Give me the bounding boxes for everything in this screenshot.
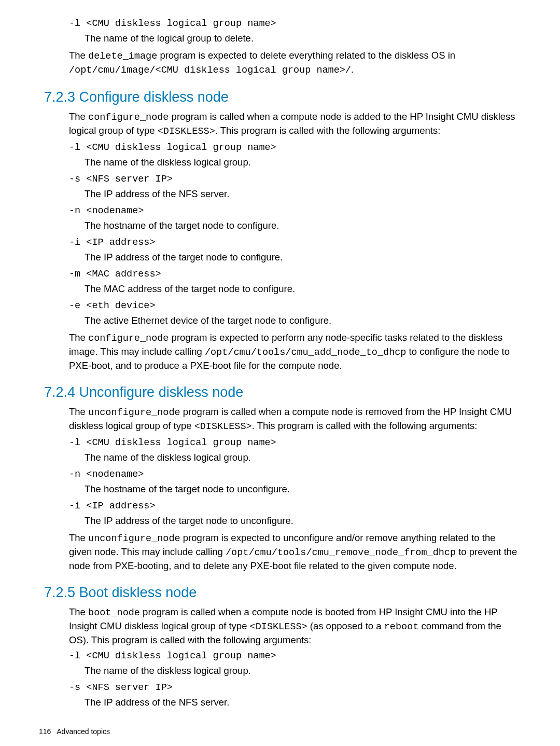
arg-desc: The IP address of the NFS server. xyxy=(85,188,520,201)
section-heading: 7.2.4 Unconfigure diskless node xyxy=(44,383,520,402)
section-outro: The unconfigure_node program is expected… xyxy=(69,532,520,573)
arg-desc: The active Ethernet device of the target… xyxy=(85,314,520,327)
arg-flag: -m <MAC address> xyxy=(69,268,520,281)
arg-desc: The name of the logical group to delete. xyxy=(85,32,520,45)
arg-desc: The MAC address of the target node to co… xyxy=(85,283,520,296)
intro-block: -l <CMU diskless logical group name> The… xyxy=(69,18,520,77)
section-intro: The boot_node program is called when a c… xyxy=(69,606,520,647)
section-intro: The unconfigure_node program is called w… xyxy=(69,406,520,434)
arg-flag: -n <nodename> xyxy=(69,468,520,481)
page-number: 116 xyxy=(39,727,51,736)
section-heading: 7.2.3 Configure diskless node xyxy=(44,88,520,106)
arg-desc: The name of the diskless logical group. xyxy=(85,156,520,169)
arg-desc: The name of the diskless logical group. xyxy=(85,665,520,678)
chapter-title: Advanced topics xyxy=(57,727,110,736)
arg-desc: The IP address of the target node to unc… xyxy=(85,515,520,528)
arg-flag: -s <NFS server IP> xyxy=(69,682,520,695)
arg-flag: -l <CMU diskless logical group name> xyxy=(69,18,520,31)
section-724: 7.2.4 Unconfigure diskless node The unco… xyxy=(69,383,520,573)
section-723: 7.2.3 Configure diskless node The config… xyxy=(69,88,520,372)
arg-flag: -l <CMU diskless logical group name> xyxy=(69,142,520,155)
arg-desc: The IP address of the target node to con… xyxy=(85,251,520,264)
intro-paragraph: The delete_image program is expected to … xyxy=(69,49,520,77)
section-outro: The configure_node program is expected t… xyxy=(69,331,520,372)
section-725: 7.2.5 Boot diskless node The boot_node p… xyxy=(69,583,520,709)
arg-flag: -e <eth device> xyxy=(69,300,520,313)
arg-desc: The hostname of the target node to uncon… xyxy=(85,483,520,496)
section-heading: 7.2.5 Boot diskless node xyxy=(44,583,520,602)
page-footer: 116 Advanced topics xyxy=(39,727,110,737)
arg-flag: -l <CMU diskless logical group name> xyxy=(69,650,520,663)
arg-flag: -l <CMU diskless logical group name> xyxy=(69,437,520,450)
section-intro: The configure_node program is called whe… xyxy=(69,110,520,139)
page: -l <CMU diskless logical group name> The… xyxy=(0,0,560,746)
arg-flag: -s <NFS server IP> xyxy=(69,173,520,186)
arg-desc: The IP address of the NFS server. xyxy=(85,696,520,709)
arg-flag: -i <IP address> xyxy=(69,237,520,250)
arg-desc: The name of the diskless logical group. xyxy=(85,451,520,464)
arg-flag: -i <IP address> xyxy=(69,500,520,513)
arg-flag: -n <nodename> xyxy=(69,205,520,218)
arg-desc: The hostname of the target node to confi… xyxy=(85,219,520,232)
